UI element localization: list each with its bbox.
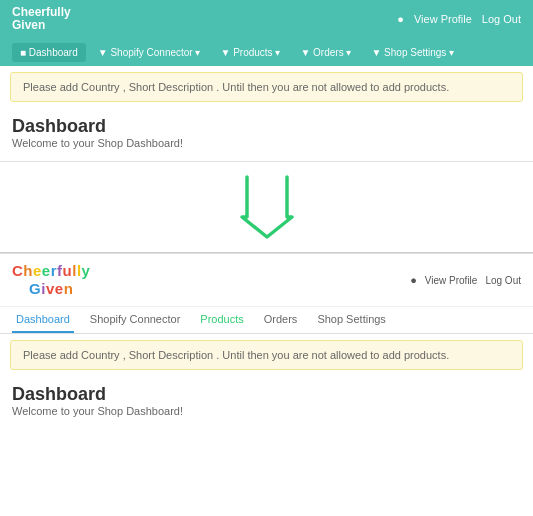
top-dashboard-content: Dashboard Welcome to your Shop Dashboard… xyxy=(0,108,533,161)
top-dashboard-title: Dashboard xyxy=(12,116,521,137)
top-nav-bar: ■ Dashboard ▼ Shopify Connector ▾ ▼ Prod… xyxy=(0,38,533,66)
top-nav-dashboard[interactable]: ■ Dashboard xyxy=(12,43,86,62)
bottom-dashboard-title: Dashboard xyxy=(12,384,521,405)
top-logo-line2: Given xyxy=(12,19,71,32)
top-nav-products[interactable]: ▼ Products ▾ xyxy=(212,43,288,62)
top-nav-orders[interactable]: ▼ Orders ▾ xyxy=(292,43,359,62)
top-nav-shopify[interactable]: ▼ Shopify Connector ▾ xyxy=(90,43,209,62)
bottom-view-profile[interactable]: View Profile xyxy=(425,275,478,286)
bottom-nav-products[interactable]: Products xyxy=(196,307,247,333)
bottom-header: Cheerfully Given ● View Profile Log Out xyxy=(0,254,533,307)
bottom-nav-orders[interactable]: Orders xyxy=(260,307,302,333)
top-nav-right: ● View Profile Log Out xyxy=(397,13,521,25)
top-section: Cheerfully Given ● View Profile Log Out … xyxy=(0,0,533,162)
bottom-nav-bar: Dashboard Shopify Connector Products Ord… xyxy=(0,307,533,334)
arrow-section xyxy=(0,162,533,252)
bottom-logo: Cheerfully Given xyxy=(12,262,90,298)
top-header: Cheerfully Given ● View Profile Log Out xyxy=(0,0,533,38)
bottom-section: Cheerfully Given ● View Profile Log Out … xyxy=(0,253,533,429)
top-dashboard-subtitle: Welcome to your Shop Dashboard! xyxy=(12,137,521,149)
top-logo: Cheerfully Given xyxy=(12,6,71,32)
bottom-dashboard-subtitle: Welcome to your Shop Dashboard! xyxy=(12,405,521,417)
bottom-nav-right: ● View Profile Log Out xyxy=(410,274,521,286)
bottom-nav-settings[interactable]: Shop Settings xyxy=(313,307,390,333)
down-arrow-icon xyxy=(237,172,297,242)
bottom-nav-shopify[interactable]: Shopify Connector xyxy=(86,307,185,333)
top-nav-settings[interactable]: ▼ Shop Settings ▾ xyxy=(363,43,462,62)
top-view-profile[interactable]: View Profile xyxy=(414,13,472,25)
bottom-alert: Please add Country , Short Description .… xyxy=(10,340,523,370)
bottom-dashboard-content: Dashboard Welcome to your Shop Dashboard… xyxy=(0,376,533,429)
bottom-logo-line2: Given xyxy=(29,280,73,298)
bottom-log-out[interactable]: Log Out xyxy=(485,275,521,286)
top-alert: Please add Country , Short Description .… xyxy=(10,72,523,102)
bottom-nav-dashboard[interactable]: Dashboard xyxy=(12,307,74,333)
top-log-out[interactable]: Log Out xyxy=(482,13,521,25)
top-user-icon: ● xyxy=(397,13,404,25)
bottom-user-icon: ● xyxy=(410,274,417,286)
bottom-logo-line1: Cheerfully xyxy=(12,262,90,280)
